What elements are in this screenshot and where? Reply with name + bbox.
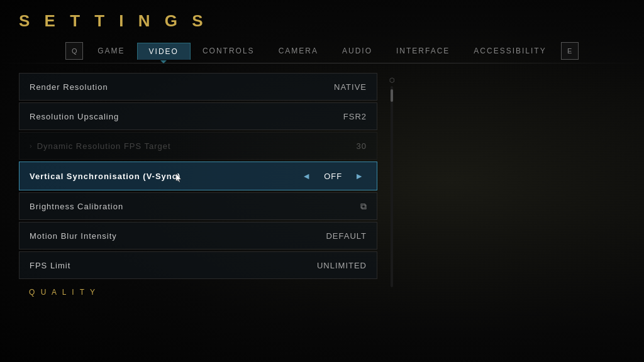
brightness-copy-icon[interactable]: ⧉ xyxy=(360,201,367,212)
setting-label-render-resolution: Render Resolution xyxy=(30,82,108,92)
setting-row-render-resolution[interactable]: Render Resolution NATIVE xyxy=(19,73,377,101)
setting-row-motion-blur[interactable]: Motion Blur Intensity DEFAULT xyxy=(19,222,377,250)
setting-row-fps-limit[interactable]: FPS Limit UNLIMITED xyxy=(19,251,377,279)
setting-value-resolution-upscaling: FSR2 xyxy=(343,112,367,121)
nav-left-bracket[interactable]: Q xyxy=(65,42,83,60)
scroll-top-button[interactable]: ⬡ xyxy=(388,76,396,84)
scrollbar-area: ⬡ xyxy=(387,73,397,302)
setting-label-motion-blur: Motion Blur Intensity xyxy=(30,231,117,241)
setting-label-brightness: Brightness Calibration xyxy=(30,202,123,211)
setting-label-resolution-upscaling: Resolution Upscaling xyxy=(30,112,119,121)
row-label-container: › Dynamic Resolution FPS Target xyxy=(30,141,171,151)
setting-row-resolution-upscaling[interactable]: Resolution Upscaling FSR2 xyxy=(19,102,377,130)
vsync-value-text: OFF xyxy=(324,172,342,181)
setting-row-dynamic-resolution: › Dynamic Resolution FPS Target 30 xyxy=(19,132,377,160)
tab-camera[interactable]: CAMERA xyxy=(267,42,330,60)
setting-value-dynamic-resolution: 30 xyxy=(357,141,367,151)
setting-label-dynamic-resolution: Dynamic Resolution FPS Target xyxy=(37,141,171,151)
setting-value-vsync: ◄ OFF ► xyxy=(299,170,367,182)
tab-video[interactable]: VIDEO xyxy=(137,43,191,60)
scroll-track[interactable] xyxy=(391,86,393,287)
main-content: Render Resolution NATIVE Resolution Upsc… xyxy=(0,63,644,311)
nav-bar: Q GAME VIDEO CONTROLS CAMERA AUDIO INTER… xyxy=(0,37,644,60)
tab-game[interactable]: GAME xyxy=(86,42,136,60)
setting-label-fps-limit: FPS Limit xyxy=(30,261,70,270)
tab-controls[interactable]: CONTROLS xyxy=(191,42,267,60)
scroll-thumb[interactable] xyxy=(391,89,393,102)
quality-section-header: Q U A L I T Y xyxy=(19,283,377,302)
setting-value-fps-limit: UNLIMITED xyxy=(317,261,367,270)
tab-accessibility[interactable]: ACCESSIBILITY xyxy=(462,42,558,60)
setting-row-brightness[interactable]: Brightness Calibration ⧉ xyxy=(19,192,377,220)
setting-label-vsync: Vertical Synchronisation (V-Sync) xyxy=(30,172,180,181)
setting-value-motion-blur: DEFAULT xyxy=(326,231,367,241)
setting-row-vsync[interactable]: Vertical Synchronisation (V-Sync) ◄ OFF … xyxy=(19,162,377,190)
row-prefix-arrow: › xyxy=(30,142,32,150)
tab-audio[interactable]: AUDIO xyxy=(330,42,384,60)
vsync-arrow-right[interactable]: ► xyxy=(352,170,367,182)
setting-value-render-resolution: NATIVE xyxy=(334,82,367,92)
nav-right-bracket[interactable]: E xyxy=(561,42,579,60)
vsync-arrow-left[interactable]: ◄ xyxy=(299,170,314,182)
tab-interface[interactable]: INTERFACE xyxy=(384,42,462,60)
page-title: S E T T I N G S xyxy=(19,11,208,31)
settings-panel: Render Resolution NATIVE Resolution Upsc… xyxy=(19,73,377,302)
